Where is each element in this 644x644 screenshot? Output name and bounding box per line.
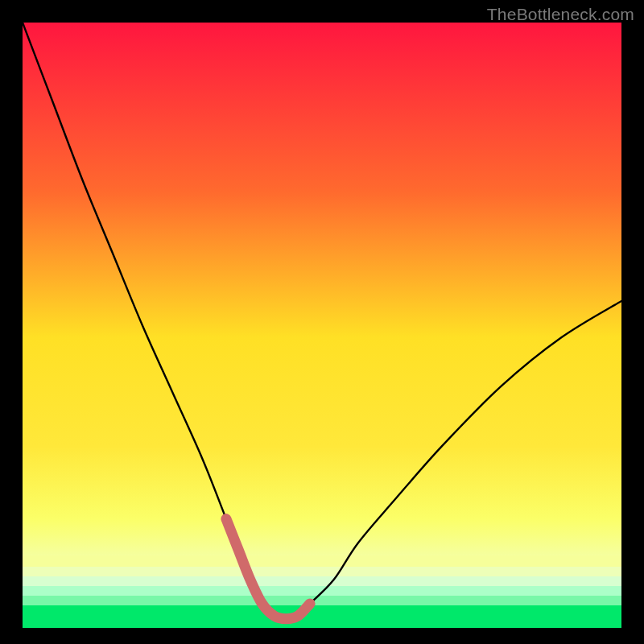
watermark-text: TheBottleneck.com: [487, 5, 634, 24]
band-5: [23, 596, 621, 605]
band-3: [23, 576, 621, 586]
band-4: [23, 586, 621, 596]
band-6: [23, 605, 621, 628]
plot-area: [23, 23, 621, 628]
chart-frame: TheBottleneck.com: [0, 0, 644, 644]
gradient-background: [23, 23, 621, 628]
band-2: [23, 567, 621, 576]
band-1: [23, 555, 621, 567]
chart-svg: [23, 23, 621, 628]
